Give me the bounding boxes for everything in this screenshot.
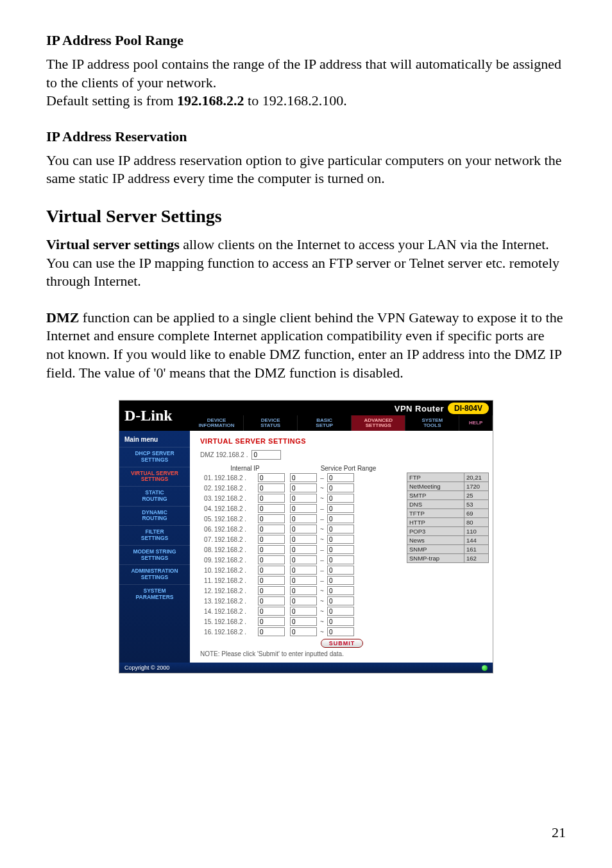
row-index: 01.: [200, 474, 213, 482]
port-start-input[interactable]: [290, 504, 317, 513]
ip-prefix: 192.168.2 .: [214, 557, 257, 564]
service-row: SMTP25: [407, 491, 489, 500]
row-index: 03.: [200, 495, 213, 502]
internal-ip-input[interactable]: [258, 617, 285, 626]
sidebar-item[interactable]: DYNAMIC ROUTING: [119, 506, 190, 526]
internal-ip-input[interactable]: [258, 566, 285, 575]
port-start-input[interactable]: [290, 473, 317, 482]
tab-device-status[interactable]: DEVICE STATUS: [244, 415, 298, 431]
ip-prefix: 192.168.2 .: [214, 598, 257, 605]
port-start-input[interactable]: [290, 596, 317, 605]
port-end-input[interactable]: [327, 566, 354, 575]
internal-ip-input[interactable]: [258, 504, 285, 513]
row-index: 12.: [200, 587, 213, 595]
sidebar-item[interactable]: VIRTUAL SERVER SETTINGS: [119, 467, 190, 487]
ip-prefix: 192.168.2 .: [214, 526, 257, 533]
row-index: 09.: [200, 557, 213, 564]
port-start-input[interactable]: [290, 535, 317, 544]
tab-device-information[interactable]: DEVICE INFORMATION: [190, 415, 244, 431]
internal-ip-input[interactable]: [258, 483, 285, 492]
port-start-input[interactable]: [290, 545, 317, 554]
port-start-input[interactable]: [290, 494, 317, 503]
port-start-input[interactable]: [290, 607, 317, 616]
port-end-input[interactable]: [327, 514, 354, 523]
sidebar-item[interactable]: STATIC ROUTING: [119, 486, 190, 506]
port-end-input[interactable]: [327, 586, 354, 595]
ip-prefix: 192.168.2 .: [214, 536, 257, 543]
internal-ip-input[interactable]: [258, 555, 285, 564]
sidebar-item[interactable]: FILTER SETTINGS: [119, 525, 190, 545]
dmz-label: DMZ 192.168.2 .: [200, 451, 248, 458]
row-index: 14.: [200, 608, 213, 615]
service-port: 144: [464, 536, 489, 545]
internal-ip-input[interactable]: [258, 494, 285, 503]
sidebar: Main menu DHCP SERVER SETTINGSVIRTUAL SE…: [119, 431, 190, 663]
port-end-input[interactable]: [327, 473, 354, 482]
dmz-input[interactable]: [251, 450, 281, 460]
port-end-input[interactable]: [327, 525, 354, 534]
port-start-input[interactable]: [290, 617, 317, 626]
text: Default setting is from: [46, 92, 177, 108]
service-port: 20,21: [464, 473, 489, 482]
virtual-server-row: 15.192.168.2 .~: [200, 617, 407, 626]
range-separator: –: [318, 577, 326, 584]
port-start-input[interactable]: [290, 576, 317, 585]
service-port: 80: [464, 518, 489, 527]
port-end-input[interactable]: [327, 555, 354, 564]
copyright-text: Copyright © 2000: [124, 664, 169, 671]
internal-ip-input[interactable]: [258, 576, 285, 585]
virtual-server-row: 16.192.168.2 .~: [200, 627, 407, 636]
port-start-input[interactable]: [290, 525, 317, 534]
virtual-server-row: 06.192.168.2 .~: [200, 525, 407, 534]
port-end-input[interactable]: [327, 535, 354, 544]
internal-ip-input[interactable]: [258, 514, 285, 523]
sidebar-item[interactable]: MODEM STRING SETTINGS: [119, 545, 190, 565]
internal-ip-input[interactable]: [258, 586, 285, 595]
service-port: 69: [464, 509, 489, 518]
para-reservation: You can use IP address reservation optio…: [46, 152, 566, 188]
internal-ip-input[interactable]: [258, 607, 285, 616]
submit-button[interactable]: SUBMIT: [321, 639, 364, 648]
virtual-server-row: 13.192.168.2 .~: [200, 596, 407, 605]
port-end-input[interactable]: [327, 494, 354, 503]
port-start-input[interactable]: [290, 566, 317, 575]
port-end-input[interactable]: [327, 576, 354, 585]
row-index: 05.: [200, 516, 213, 523]
port-end-input[interactable]: [327, 596, 354, 605]
tab-help[interactable]: HELP: [459, 415, 493, 431]
port-start-input[interactable]: [290, 586, 317, 595]
tab-system-tools[interactable]: SYSTEM TOOLS: [405, 415, 459, 431]
service-row: NetMeeting1720: [407, 482, 489, 491]
port-end-input[interactable]: [327, 483, 354, 492]
internal-ip-input[interactable]: [258, 627, 285, 636]
ip-prefix: 192.168.2 .: [214, 577, 257, 584]
internal-ip-input[interactable]: [258, 596, 285, 605]
virtual-server-row: 03.192.168.2 .~: [200, 494, 407, 503]
tab-basic-setup[interactable]: BASIC SETUP: [298, 415, 352, 431]
sidebar-item[interactable]: ADMINISTRATION SETTINGS: [119, 564, 190, 584]
port-end-input[interactable]: [327, 607, 354, 616]
bold: DMZ: [46, 309, 79, 326]
internal-ip-input[interactable]: [258, 473, 285, 482]
port-start-input[interactable]: [290, 514, 317, 523]
internal-ip-input[interactable]: [258, 545, 285, 554]
sidebar-item[interactable]: DHCP SERVER SETTINGS: [119, 447, 190, 467]
service-name: FTP: [407, 473, 464, 482]
port-start-input[interactable]: [290, 627, 317, 636]
internal-ip-input[interactable]: [258, 525, 285, 534]
ip-prefix: 192.168.2 .: [214, 629, 257, 636]
internal-ip-input[interactable]: [258, 535, 285, 544]
service-port: 53: [464, 500, 489, 509]
port-end-input[interactable]: [327, 504, 354, 513]
service-row: SNMP-trap162: [407, 554, 489, 563]
tab-advanced-settings[interactable]: ADVANCED SETTINGS: [352, 415, 405, 431]
sidebar-item[interactable]: SYSTEM PARAMETERS: [119, 584, 190, 604]
port-end-input[interactable]: [327, 627, 354, 636]
virtual-server-row: 04.192.168.2 .–: [200, 504, 407, 513]
virtual-server-row: 14.192.168.2 .~: [200, 607, 407, 616]
port-start-input[interactable]: [290, 483, 317, 492]
service-port-table: FTP20,21NetMeeting1720SMTP25DNS53TFTP69H…: [407, 473, 489, 563]
port-end-input[interactable]: [327, 545, 354, 554]
port-start-input[interactable]: [290, 555, 317, 564]
port-end-input[interactable]: [327, 617, 354, 626]
